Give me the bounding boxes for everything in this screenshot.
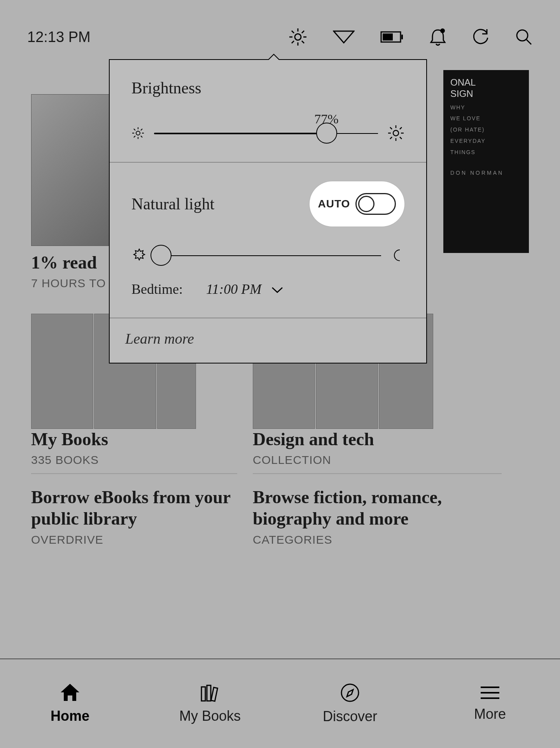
bedtime-label: Bedtime: xyxy=(131,281,183,297)
bedtime-row[interactable]: Bedtime: 11:00 PM xyxy=(131,281,404,297)
card-title-line: public library xyxy=(31,508,237,529)
divider xyxy=(31,473,237,474)
chevron-down-icon xyxy=(271,281,283,297)
card-title-line: Browse fiction, romance, xyxy=(253,486,459,508)
svg-rect-11 xyxy=(383,33,393,40)
card-subtitle: OVERDRIVE xyxy=(31,533,237,546)
svg-point-12 xyxy=(440,28,445,33)
collection-section[interactable]: Design and tech COLLECTION xyxy=(253,429,374,467)
svg-line-30 xyxy=(400,137,402,139)
bg-cover-sub: WE LOVE xyxy=(450,115,522,122)
my-books-section[interactable]: My Books 335 BOOKS xyxy=(31,429,108,467)
brightness-icon[interactable] xyxy=(289,28,307,46)
slider-thumb[interactable] xyxy=(150,245,172,266)
learn-more-link[interactable]: Learn more xyxy=(110,318,426,363)
my-books-count: 335 BOOKS xyxy=(31,453,108,467)
natural-light-title: Natural light xyxy=(131,195,214,213)
card-title-line: biography and more xyxy=(253,508,459,529)
svg-line-23 xyxy=(141,129,142,130)
bg-cover-author: DON NORMAN xyxy=(450,170,522,176)
search-icon[interactable] xyxy=(515,28,533,46)
svg-line-22 xyxy=(134,136,135,137)
svg-rect-34 xyxy=(207,685,211,701)
bell-icon[interactable] xyxy=(429,28,446,46)
bg-cover-sub: (OR HATE) xyxy=(450,126,522,133)
natural-light-section: Natural light AUTO xyxy=(110,163,426,318)
bg-cover-line: SIGN xyxy=(450,88,522,100)
brightness-section: Brightness 77% xyxy=(110,60,426,162)
battery-icon[interactable] xyxy=(380,30,404,44)
nav-discover[interactable]: Discover xyxy=(280,659,420,748)
sun-outline-icon xyxy=(131,248,147,263)
nav-my-books[interactable]: My Books xyxy=(140,659,280,748)
slider-track[interactable]: 77% xyxy=(154,133,378,134)
my-books-title: My Books xyxy=(31,429,108,450)
slider-fill xyxy=(154,133,327,134)
svg-line-31 xyxy=(390,137,392,139)
svg-line-20 xyxy=(134,129,135,130)
slider-line xyxy=(156,255,381,256)
collection-subtitle: COLLECTION xyxy=(253,453,374,467)
card-subtitle: CATEGORIES xyxy=(253,533,459,546)
status-icons xyxy=(289,28,533,46)
svg-line-29 xyxy=(390,127,392,129)
bg-cover-sub: EVERYDAY xyxy=(450,138,522,144)
wifi-icon[interactable] xyxy=(333,30,355,44)
svg-line-32 xyxy=(400,127,402,129)
home-icon xyxy=(59,683,81,702)
status-bar: 12:13 PM xyxy=(0,23,560,51)
brightness-slider[interactable]: 77% xyxy=(131,125,404,142)
collection-title: Design and tech xyxy=(253,429,374,450)
slider-thumb[interactable] xyxy=(316,123,337,144)
toggle-knob xyxy=(358,196,374,212)
card-title-line: Borrow eBooks from your xyxy=(31,486,237,508)
book-cover[interactable] xyxy=(31,314,93,429)
svg-line-6 xyxy=(302,41,304,43)
bg-cover-sub: WHY xyxy=(450,104,522,111)
divider xyxy=(253,473,502,474)
sun-large-icon xyxy=(387,125,404,142)
auto-label: AUTO xyxy=(318,198,350,210)
bedtime-value: 11:00 PM xyxy=(206,281,261,297)
bg-cover-line: ONAL xyxy=(450,77,522,88)
nav-label: My Books xyxy=(179,708,241,724)
compass-icon xyxy=(340,683,360,703)
toggle-switch[interactable] xyxy=(355,193,396,215)
bg-cover-sub: THINGS xyxy=(450,149,522,156)
nav-label: More xyxy=(474,706,506,722)
svg-point-0 xyxy=(295,34,301,40)
sync-icon[interactable] xyxy=(472,28,489,46)
nav-home[interactable]: Home xyxy=(0,659,140,748)
svg-point-13 xyxy=(517,30,528,41)
clock: 12:13 PM xyxy=(27,29,91,46)
svg-line-21 xyxy=(141,136,142,137)
svg-rect-33 xyxy=(201,687,205,701)
svg-point-24 xyxy=(393,130,399,136)
sun-small-icon xyxy=(131,126,145,140)
nav-label: Home xyxy=(51,708,89,724)
svg-point-36 xyxy=(341,684,359,701)
overdrive-card[interactable]: Borrow eBooks from your public library O… xyxy=(31,486,237,546)
learn-more-label: Learn more xyxy=(125,330,194,347)
nav-label: Discover xyxy=(323,708,377,725)
auto-toggle-pill[interactable]: AUTO xyxy=(310,181,404,227)
svg-line-7 xyxy=(292,41,294,43)
bottom-nav: Home My Books Discover Mor xyxy=(0,658,560,748)
moon-icon xyxy=(390,248,404,262)
slider-track[interactable] xyxy=(156,255,381,256)
categories-card[interactable]: Browse fiction, romance, biography and m… xyxy=(253,486,459,546)
svg-line-8 xyxy=(302,31,304,33)
menu-icon xyxy=(479,685,501,701)
svg-line-14 xyxy=(527,40,531,44)
books-icon xyxy=(198,683,222,702)
brightness-title: Brightness xyxy=(131,79,404,97)
book-cover-background: ONAL SIGN WHY WE LOVE (OR HATE) EVERYDAY… xyxy=(443,70,529,253)
book-cover-current[interactable] xyxy=(31,94,117,246)
svg-rect-35 xyxy=(211,687,218,701)
svg-point-15 xyxy=(136,131,140,135)
nav-more[interactable]: More xyxy=(420,659,560,748)
natural-light-slider[interactable] xyxy=(131,248,404,263)
svg-rect-10 xyxy=(401,35,403,39)
brightness-popover: Brightness 77% xyxy=(109,59,427,363)
svg-line-5 xyxy=(292,31,294,33)
